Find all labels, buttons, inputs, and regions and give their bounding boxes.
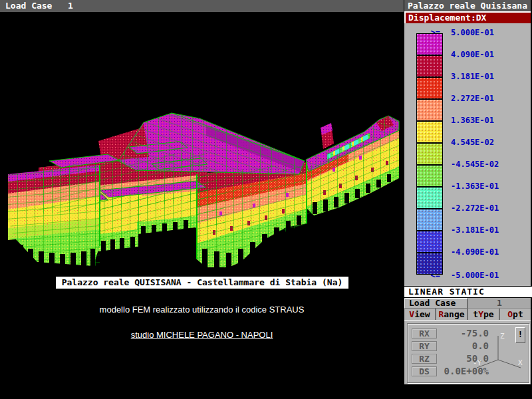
fem-viewport[interactable]: Palazzo reale QUISISANA - Castellammare … [0,12,404,399]
legend-label: 3.181E-01 [451,72,529,81]
view-status-box: RX -75.0 RY 0.0 RZ 50.0 DS 0.0E+00% Z X [407,323,529,383]
legend-label: -4.545E-02 [451,160,529,169]
axis-x-label: X [518,358,523,367]
top-status-bar: Load Case 1 [0,0,404,12]
ds-button[interactable]: DS [412,366,437,376]
type-button[interactable]: tYpe [467,309,499,320]
legend-swatch [416,253,443,275]
legend-label: -3.181E-01 [451,226,529,235]
legend-swatch [416,165,443,187]
load-case-button[interactable]: Load Case [404,298,468,309]
fem-mesh-grid [8,113,399,267]
legend-swatch [416,143,443,165]
rz-button[interactable]: RZ [412,354,437,364]
legend-swatch [416,99,443,121]
range-button[interactable]: Range [435,309,467,320]
model-subcaption: modello FEM realizzato utilizzando il co… [0,305,404,315]
legend-swatch [416,121,443,143]
menu-row: View Range tYpe Opt [404,309,531,321]
legend-label: -1.363E-01 [451,182,529,191]
axis-z-label: Z [500,332,505,340]
spin-refresh-button[interactable]: ! [515,327,525,343]
application-window: Load Case 1 [0,0,532,399]
model-credit: studio MICHELE PAGANO - NAPOLI [0,330,404,340]
rx-button[interactable]: RX [412,329,437,338]
legend-label: -4.090E-01 [451,248,529,257]
contour-legend: >= 5.000E-01 4.090E-01 3.181E-01 2.272E-… [404,23,531,286]
legend-label: 1.363E-01 [451,116,529,125]
axis-y-label: -Y [473,358,482,367]
legend-swatch [416,33,443,55]
result-type-bar: Displacement:DX [404,11,531,23]
panel-title: Palazzo reale Quisisana [404,0,531,11]
view-button[interactable]: View [404,309,435,320]
legend-swatch [416,231,443,253]
load-case-value[interactable]: 1 [468,298,531,309]
legend-label: 2.272E-01 [451,94,529,103]
model-caption: Palazzo reale QUISISANA - Castellammare … [56,277,348,289]
options-button[interactable]: Opt [499,309,531,320]
legend-label: -5.000E-01 [451,271,529,280]
legend-swatch [416,55,443,77]
legend-label: 4.545E-02 [451,138,529,147]
fem-model [0,12,404,399]
side-panel: Palazzo reale Quisisana Displacement:DX … [404,0,532,384]
legend-swatch [416,209,443,231]
legend-label: 4.090E-01 [451,51,529,59]
legend-swatch [416,77,443,99]
load-case-row: Load Case 1 [404,298,531,309]
legend-label: -2.272E-01 [451,204,529,213]
legend-label: 5.000E-01 [451,29,529,37]
ry-button[interactable]: RY [412,341,437,351]
analysis-type-bar: LINEAR STATIC [404,286,532,298]
legend-swatch [416,187,443,209]
